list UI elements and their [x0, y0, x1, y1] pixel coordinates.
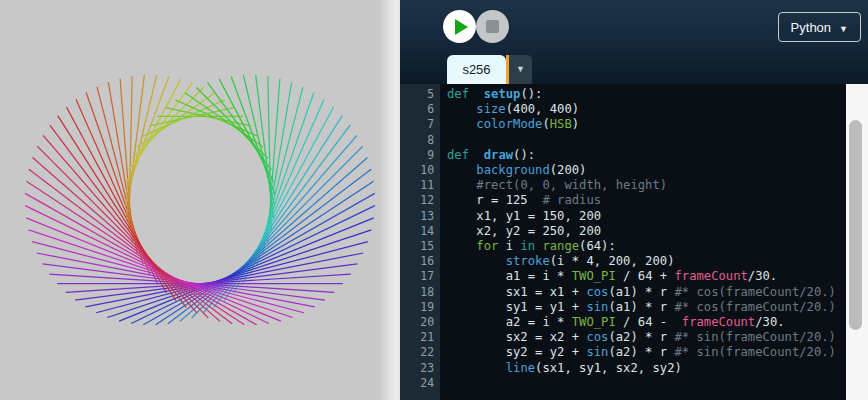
code-text: for i in range(64):	[440, 239, 616, 254]
tab-menu-button[interactable]: ▼	[509, 55, 532, 84]
code-text: a2 = i * TWO_PI / 64 - frameCount/30.	[440, 315, 785, 330]
code-text	[440, 133, 447, 148]
editor-panel: Python▼ s256 ▼ 5def setup():6 size(400, …	[400, 0, 868, 400]
line-number: 11	[400, 178, 440, 193]
line-number: 10	[400, 163, 440, 178]
code-editor[interactable]: 5def setup():6 size(400, 400)7 colorMode…	[400, 84, 868, 400]
line-number: 15	[400, 239, 440, 254]
line-number: 20	[400, 315, 440, 330]
stop-button[interactable]	[476, 10, 509, 43]
code-text: a1 = i * TWO_PI / 64 + frameCount/30.	[440, 269, 777, 284]
code-text: sy2 = y2 + sin(a2) * r #* sin(frameCount…	[440, 345, 836, 360]
toolbar: Python▼ s256 ▼	[400, 0, 868, 84]
code-line[interactable]: 24	[400, 376, 868, 391]
line-number: 13	[400, 209, 440, 224]
code-line[interactable]: 18 sx1 = x1 + cos(a1) * r #* cos(frameCo…	[400, 285, 868, 300]
line-number: 18	[400, 285, 440, 300]
code-line[interactable]: 12 r = 125 # radius	[400, 193, 868, 208]
tab-label: s256	[462, 62, 490, 77]
line-number: 22	[400, 345, 440, 360]
code-text: size(400, 400)	[440, 102, 579, 117]
code-text: def setup():	[440, 87, 542, 102]
sketch-output-panel	[0, 0, 400, 400]
line-number: 12	[400, 193, 440, 208]
code-text: r = 125 # radius	[440, 193, 601, 208]
code-text: x1, y1 = 150, 200	[440, 209, 601, 224]
editor-scrollbar[interactable]	[846, 84, 868, 400]
line-number: 19	[400, 300, 440, 315]
play-icon	[455, 19, 468, 35]
line-number: 17	[400, 269, 440, 284]
line-number: 7	[400, 117, 440, 132]
language-selector[interactable]: Python▼	[778, 12, 861, 42]
code-text: line(sx1, sy1, sx2, sy2)	[440, 361, 682, 376]
line-number: 21	[400, 330, 440, 345]
code-line[interactable]: 16 stroke(i * 4, 200, 200)	[400, 254, 868, 269]
code-line[interactable]: 11 #rect(0, 0, width, height)	[400, 178, 868, 193]
code-line[interactable]: 22 sy2 = y2 + sin(a2) * r #* sin(frameCo…	[400, 345, 868, 360]
scrollbar-thumb[interactable]	[849, 120, 862, 330]
tab-s256[interactable]: s256	[447, 55, 506, 84]
line-number: 23	[400, 361, 440, 376]
code-text: sx2 = x2 + cos(a2) * r #* sin(frameCount…	[440, 330, 836, 345]
line-number: 14	[400, 224, 440, 239]
code-line[interactable]: 20 a2 = i * TWO_PI / 64 - frameCount/30.	[400, 315, 868, 330]
run-button[interactable]	[443, 10, 476, 43]
code-line[interactable]: 17 a1 = i * TWO_PI / 64 + frameCount/30.	[400, 269, 868, 284]
code-lines[interactable]: 5def setup():6 size(400, 400)7 colorMode…	[400, 87, 868, 391]
code-text: x2, y2 = 250, 200	[440, 224, 601, 239]
code-line[interactable]: 21 sx2 = x2 + cos(a2) * r #* sin(frameCo…	[400, 330, 868, 345]
code-line[interactable]: 19 sy1 = y1 + sin(a1) * r #* cos(frameCo…	[400, 300, 868, 315]
code-text: sy1 = y1 + sin(a1) * r #* cos(frameCount…	[440, 300, 836, 315]
line-number: 16	[400, 254, 440, 269]
line-number: 9	[400, 148, 440, 163]
line-number: 8	[400, 133, 440, 148]
code-text: colorMode(HSB)	[440, 117, 579, 132]
code-text	[440, 376, 447, 391]
code-line[interactable]: 15 for i in range(64):	[400, 239, 868, 254]
code-line[interactable]: 10 background(200)	[400, 163, 868, 178]
line-number: 24	[400, 376, 440, 391]
chevron-down-icon: ▼	[839, 24, 848, 34]
code-line[interactable]: 9def draw():	[400, 148, 868, 163]
code-text: sx1 = x1 + cos(a1) * r #* cos(frameCount…	[440, 285, 836, 300]
code-line[interactable]: 13 x1, y1 = 150, 200	[400, 209, 868, 224]
panel-resize-divider[interactable]	[378, 0, 400, 400]
code-line[interactable]: 7 colorMode(HSB)	[400, 117, 868, 132]
code-text: stroke(i * 4, 200, 200)	[440, 254, 674, 269]
code-line[interactable]: 23 line(sx1, sy1, sx2, sy2)	[400, 361, 868, 376]
code-line[interactable]: 6 size(400, 400)	[400, 102, 868, 117]
code-text: background(200)	[440, 163, 586, 178]
language-selector-label: Python	[791, 20, 831, 35]
sketch-canvas	[0, 0, 400, 400]
stop-icon	[486, 20, 499, 33]
line-number: 5	[400, 87, 440, 102]
code-line[interactable]: 8	[400, 133, 868, 148]
line-number: 6	[400, 102, 440, 117]
chevron-down-icon: ▼	[516, 64, 525, 74]
code-line[interactable]: 14 x2, y2 = 250, 200	[400, 224, 868, 239]
code-text: #rect(0, 0, width, height)	[440, 178, 667, 193]
trinket-app: Python▼ s256 ▼ 5def setup():6 size(400, …	[0, 0, 868, 400]
code-text: def draw():	[440, 148, 535, 163]
code-line[interactable]: 5def setup():	[400, 87, 868, 102]
